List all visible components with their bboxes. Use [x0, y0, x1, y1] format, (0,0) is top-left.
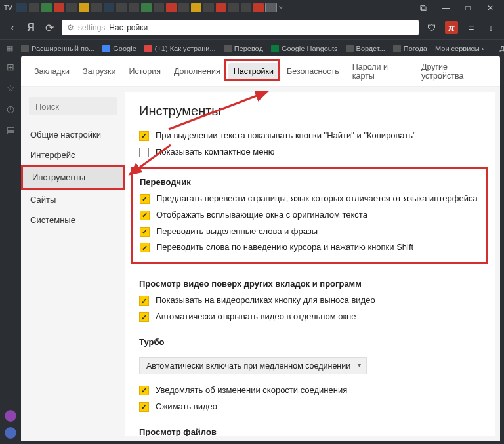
rail-apps-icon[interactable]: ⊞ — [7, 62, 14, 72]
downloads-icon[interactable]: ↓ — [484, 21, 497, 34]
left-rail: ⊞ ☆ ◷ ▤ — [0, 56, 21, 444]
option-row[interactable]: Предлагать перевести страницы, язык кото… — [140, 193, 480, 205]
translator-section-highlight: Переводчик Предлагать перевести страницы… — [131, 167, 488, 265]
option-row[interactable]: Уведомлять об изменении скорости соедине… — [139, 385, 480, 396]
sidebar-item-general[interactable]: Общие настройки — [21, 125, 125, 145]
settings-panel: Инструменты При выделении текста показыв… — [125, 92, 495, 436]
option-label: Уведомлять об изменении скорости соедине… — [156, 385, 347, 396]
bookmark-item[interactable]: Мои сервисы › — [435, 45, 484, 52]
window-titlebar: TV ✕ ⧉ — □ ✕ — [0, 0, 504, 16]
window-gap-button[interactable]: ⧉ — [413, 2, 433, 14]
turbo-dropdown[interactable]: Автоматически включать при медленном сое… — [139, 357, 367, 374]
settings-sidebar: Общие настройки Интерфейс Инструменты Са… — [21, 87, 125, 441]
section-title-translator: Переводчик — [140, 177, 480, 187]
rail-bookmark-icon[interactable]: ▤ — [7, 125, 15, 135]
option-row[interactable]: Показывать на видеороликах кнопку для вы… — [139, 295, 480, 306]
tab-history[interactable]: История — [123, 63, 165, 80]
tab-settings[interactable]: Настройки — [228, 63, 279, 80]
tab-addons[interactable]: Дополнения — [169, 63, 226, 80]
sidebar-item-tools[interactable]: Инструменты — [21, 165, 125, 190]
sidebar-item-interface[interactable]: Интерфейс — [21, 145, 125, 165]
option-row[interactable]: Сжимать видео — [139, 401, 480, 413]
menu-icon[interactable]: ≡ — [465, 21, 478, 34]
section-title-turbo: Турбо — [139, 337, 480, 347]
option-row[interactable]: Переводить выделенные слова и фразы — [140, 226, 480, 237]
option-label: Сжимать видео — [156, 401, 217, 413]
section-title-video: Просмотр видео поверх других вкладок и п… — [139, 279, 480, 289]
bookmarks-bar: ▦ Расширенный по... Google (+1) Как устр… — [0, 39, 504, 56]
settings-page: Закладки Загрузки История Дополнения Нас… — [21, 56, 500, 441]
tab-downloads[interactable]: Загрузки — [77, 63, 121, 80]
gear-icon: ⚙ — [67, 23, 74, 32]
window-maximize-button[interactable]: □ — [458, 2, 478, 14]
other-bookmarks[interactable]: Другие закладки — [499, 45, 504, 52]
tab-security[interactable]: Безопасность — [282, 63, 345, 80]
tab-passwords[interactable]: Пароли и карты — [347, 58, 413, 85]
option-row[interactable]: Показывать компактное меню — [139, 147, 480, 158]
checkbox-checked-icon[interactable] — [140, 194, 150, 204]
sidebar-item-system[interactable]: Системные — [21, 210, 125, 230]
extension-icon[interactable]: π — [445, 21, 458, 34]
checkbox-unchecked-icon[interactable] — [139, 148, 149, 157]
checkbox-checked-icon[interactable] — [140, 211, 150, 220]
checkbox-checked-icon[interactable] — [139, 131, 149, 141]
option-label: Переводить выделенные слова и фразы — [156, 226, 318, 237]
tab-strip[interactable]: ✕ — [16, 3, 284, 12]
option-label: При выделении текста показывать кнопки "… — [156, 131, 416, 142]
window-controls: ⧉ — □ ✕ — [413, 2, 500, 14]
dropdown-label: Автоматически включать при медленном сое… — [146, 361, 350, 371]
address-bar[interactable]: ⚙ settings Настройки — [62, 20, 419, 35]
checkbox-checked-icon[interactable] — [139, 312, 149, 322]
apps-icon[interactable]: ▦ — [7, 44, 13, 52]
bookmark-item[interactable]: Вордст... — [346, 45, 385, 52]
address-prefix: settings — [78, 23, 105, 32]
checkbox-checked-icon[interactable] — [139, 386, 149, 395]
tab-devices[interactable]: Другие устройства — [416, 58, 492, 85]
bookmark-item[interactable]: Погода — [393, 45, 427, 52]
option-label: Автоматически открывать видео в отдельно… — [156, 312, 356, 323]
rail-clock-icon[interactable]: ◷ — [7, 104, 14, 114]
option-row[interactable]: При выделении текста показывать кнопки "… — [139, 131, 480, 142]
reload-button[interactable]: ⟳ — [43, 22, 55, 34]
settings-tabs: Закладки Загрузки История Дополнения Нас… — [21, 56, 500, 87]
back-button[interactable]: ‹ — [7, 22, 18, 33]
checkbox-checked-icon[interactable] — [139, 296, 149, 306]
rail-assistant-purple[interactable] — [5, 410, 16, 422]
bookmark-item[interactable]: Google — [102, 45, 136, 52]
section-title-files: Просмотр файлов — [139, 427, 480, 436]
address-text: Настройки — [109, 23, 148, 32]
option-label: Показывать компактное меню — [156, 147, 274, 158]
bookmark-item[interactable]: Google Hangouts — [271, 45, 338, 52]
option-row[interactable]: Переводить слова по наведению курсора и … — [140, 242, 480, 253]
sidebar-item-sites[interactable]: Сайты — [21, 190, 125, 210]
window-close-button[interactable]: ✕ — [480, 2, 500, 14]
tab-bookmarks[interactable]: Закладки — [29, 63, 75, 80]
option-label: Отображать всплывающие окна с оригиналом… — [156, 210, 368, 221]
bookmark-item[interactable]: (+1) Как устрани... — [144, 45, 216, 52]
rail-star-icon[interactable]: ☆ — [7, 83, 15, 93]
search-input[interactable] — [29, 97, 117, 115]
option-row[interactable]: Отображать всплывающие окна с оригиналом… — [140, 210, 480, 221]
option-label: Предлагать перевести страницы, язык кото… — [156, 193, 478, 205]
checkbox-checked-icon[interactable] — [140, 227, 150, 237]
option-label: Переводить слова по наведению курсора и … — [156, 242, 413, 253]
shield-icon[interactable]: 🛡 — [425, 21, 438, 34]
option-label: Показывать на видеороликах кнопку для вы… — [156, 295, 375, 306]
checkbox-checked-icon[interactable] — [139, 402, 149, 412]
window-minimize-button[interactable]: — — [436, 2, 455, 14]
bookmark-item[interactable]: Перевод — [224, 45, 263, 52]
checkbox-checked-icon[interactable] — [140, 243, 150, 252]
active-tab-icon — [266, 3, 276, 12]
nav-bar: ‹ Я ⟳ ⚙ settings Настройки 🛡 π ≡ ↓ — [0, 16, 504, 39]
rail-assistant-blue[interactable] — [5, 427, 16, 439]
bookmark-item[interactable]: Расширенный по... — [21, 45, 94, 52]
yandex-button[interactable]: Я — [25, 22, 37, 33]
page-title: Инструменты — [139, 104, 480, 119]
tv-label: TV — [4, 5, 12, 12]
option-row[interactable]: Автоматически открывать видео в отдельно… — [139, 312, 480, 323]
